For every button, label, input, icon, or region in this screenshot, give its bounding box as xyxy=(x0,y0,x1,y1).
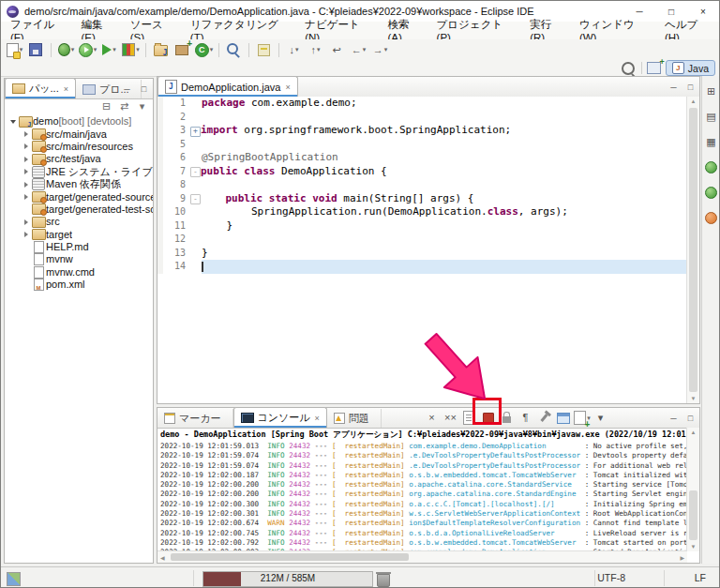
remove-launch-button[interactable]: × xyxy=(423,410,442,427)
console-view-menu-button[interactable]: ▾ xyxy=(592,410,610,427)
fold-marker-icon[interactable] xyxy=(190,97,202,111)
back-button[interactable]: ←▾ xyxy=(348,40,369,59)
code-line[interactable]: 12 xyxy=(158,233,687,247)
mark-occurrences-button[interactable] xyxy=(253,40,275,59)
new-package-button[interactable] xyxy=(172,40,193,59)
tree-item[interactable]: src/main/java xyxy=(5,128,153,140)
problems-view-icon[interactable] xyxy=(700,208,720,227)
code-line[interactable]: 14 xyxy=(158,260,687,274)
maximize-view-button[interactable]: □ xyxy=(683,414,698,423)
new-wizard-button[interactable]: ▾ xyxy=(4,40,25,59)
tree-item[interactable]: target/generated-sources/annotations xyxy=(5,190,153,203)
close-icon[interactable]: × xyxy=(64,84,68,94)
tree-item[interactable]: target/generated-test-sources/test-annot… xyxy=(5,204,153,216)
pin-console-button[interactable] xyxy=(535,410,554,427)
fold-marker-icon[interactable] xyxy=(190,178,202,192)
tree-twistie-icon[interactable] xyxy=(22,182,31,188)
close-icon[interactable]: × xyxy=(315,414,320,423)
display-selected-console-button[interactable] xyxy=(554,410,573,427)
remove-all-terminated-button[interactable]: ×× xyxy=(442,410,460,427)
menu-item[interactable]: ウィンドウ(W) xyxy=(573,22,658,39)
console-view-tab[interactable]: マーカー xyxy=(158,409,233,428)
tree-item[interactable]: Maven 依存関係 xyxy=(5,178,153,190)
menu-item[interactable]: ナビゲート(N) xyxy=(298,22,381,39)
search-button[interactable] xyxy=(223,40,245,59)
menu-item[interactable]: ソース(S) xyxy=(124,22,184,39)
fold-marker-icon[interactable]: - xyxy=(190,194,201,204)
view-menu-button[interactable]: ▾ xyxy=(134,99,150,113)
heap-status-gauge[interactable]: 212M / 585M xyxy=(202,571,373,587)
collapse-all-button[interactable]: ⊟ xyxy=(98,99,114,113)
code-line[interactable]: 7-public class DemoApplication { xyxy=(158,165,687,179)
tree-item[interactable]: target xyxy=(5,229,153,241)
console-view-tab[interactable]: コンソール× xyxy=(233,407,327,428)
maximize-view-button[interactable]: □ xyxy=(137,84,151,94)
scroll-left-icon[interactable]: ◀ xyxy=(160,551,165,563)
scrollbar-thumb[interactable] xyxy=(689,108,698,392)
fold-marker-icon[interactable] xyxy=(190,260,202,274)
new-java-project-button[interactable] xyxy=(150,40,172,59)
fold-marker-icon[interactable] xyxy=(190,247,202,261)
minimize-view-button[interactable]: ─ xyxy=(120,84,134,94)
code-line[interactable]: 11 } xyxy=(158,219,687,234)
editor-tab[interactable]: DemoApplication.java × xyxy=(158,76,298,97)
menu-item[interactable]: ヘルプ(H) xyxy=(658,22,719,39)
minimize-view-button[interactable]: ─ xyxy=(667,83,681,92)
menu-item[interactable]: プロジェクト(P) xyxy=(430,22,524,39)
fold-marker-icon[interactable] xyxy=(190,205,202,219)
menu-item[interactable]: 実行(R) xyxy=(523,22,573,39)
tree-twistie-icon[interactable] xyxy=(8,120,18,124)
tree-item[interactable]: src xyxy=(5,216,153,228)
restore-views-icon[interactable]: ⊞ xyxy=(700,82,720,100)
menu-item[interactable]: リファクタリング(T) xyxy=(184,22,298,39)
tree-twistie-icon[interactable] xyxy=(22,169,31,174)
tree-item[interactable]: pom.xml xyxy=(5,279,153,291)
console-horizontal-scrollbar[interactable]: ◀ ▶ xyxy=(158,550,687,563)
tree-item[interactable]: JRE システム・ライブラリー [JavaSE-17] xyxy=(5,166,153,178)
next-annotation-button[interactable]: ↓▾ xyxy=(283,40,305,59)
tree-item[interactable]: src/main/resources xyxy=(5,141,153,153)
scroll-up-icon[interactable]: ▲ xyxy=(687,430,699,435)
scroll-right-icon[interactable]: ▶ xyxy=(680,551,684,563)
tree-item[interactable]: demo [boot] [devtools] xyxy=(5,115,153,128)
tree-twistie-icon[interactable] xyxy=(22,232,31,237)
junit-view-icon[interactable] xyxy=(700,158,720,176)
fold-marker-icon[interactable]: + xyxy=(190,127,201,137)
tree-twistie-icon[interactable] xyxy=(22,194,31,200)
debug-button[interactable]: ▾ xyxy=(55,40,77,59)
tree-item[interactable]: mvnw.cmd xyxy=(5,266,153,279)
code-line[interactable]: 1package com.example.demo; xyxy=(158,97,687,111)
code-line[interactable]: 13} xyxy=(158,247,687,261)
run-external-tools-button[interactable]: ▾ xyxy=(98,40,120,59)
explorer-view-tab[interactable]: パッ...× xyxy=(5,78,76,98)
code-line[interactable]: 2 xyxy=(158,111,687,125)
fold-marker-icon[interactable] xyxy=(190,233,202,247)
terminate-button[interactable] xyxy=(479,410,498,427)
new-class-button[interactable]: ▾ xyxy=(193,40,215,59)
tree-item[interactable]: mvnw xyxy=(5,253,153,265)
fold-marker-icon[interactable]: - xyxy=(190,167,201,177)
menu-item[interactable]: ファイル(F) xyxy=(4,22,74,39)
tree-item[interactable]: HELP.md xyxy=(5,241,153,253)
editor-vertical-scrollbar[interactable]: ▲ ▼ xyxy=(686,97,699,403)
last-edit-location-button[interactable]: ↩ xyxy=(326,40,348,59)
maximize-view-button[interactable]: □ xyxy=(683,83,698,92)
console-view-tab[interactable]: 問題 xyxy=(327,409,382,428)
previous-annotation-button[interactable]: ↑▾ xyxy=(305,40,326,59)
console-vertical-scrollbar[interactable]: ▲ ▼ xyxy=(686,428,699,551)
menu-item[interactable]: 検索(A) xyxy=(381,22,429,39)
perspective-java-button[interactable]: Java xyxy=(666,60,715,76)
forward-button[interactable]: →▾ xyxy=(369,40,391,59)
menu-item[interactable]: 編集(E) xyxy=(74,22,123,39)
snippets-view-icon[interactable]: ▦ xyxy=(700,132,720,151)
tree-twistie-icon[interactable] xyxy=(22,143,31,149)
code-line[interactable]: 6@SpringBootApplication xyxy=(158,151,687,165)
tree-item[interactable]: src/test/java xyxy=(5,153,153,165)
code-line[interactable]: 3+import org.springframework.boot.Spring… xyxy=(158,124,687,138)
scroll-down-icon[interactable]: ▼ xyxy=(687,396,699,401)
coverage-button[interactable]: ▾ xyxy=(120,40,142,59)
code-line[interactable]: 5 xyxy=(158,138,687,152)
open-console-button[interactable]: ▾ xyxy=(573,410,592,427)
search-icon[interactable] xyxy=(622,62,635,75)
tree-twistie-icon[interactable] xyxy=(22,131,31,137)
